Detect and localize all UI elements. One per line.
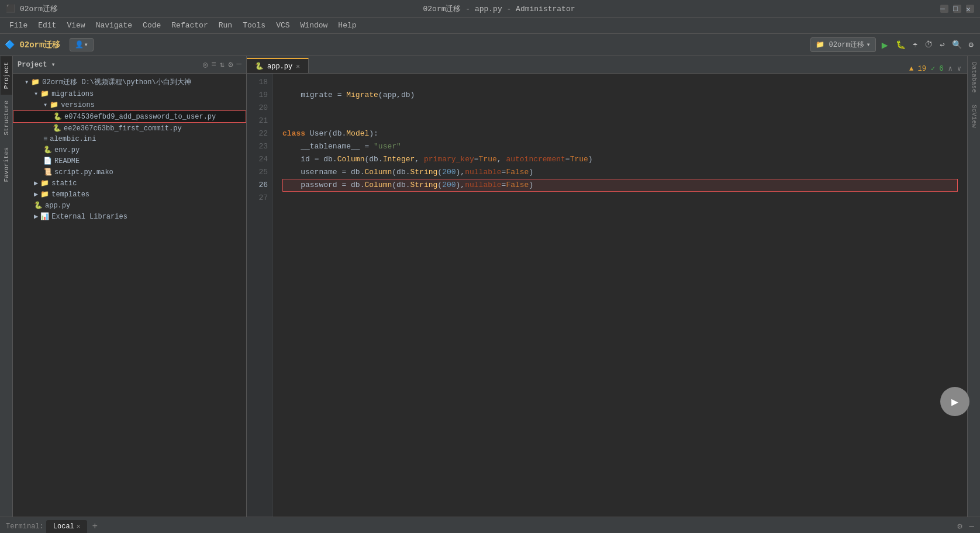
- minimize-btn[interactable]: ─: [940, 5, 948, 13]
- settings-icon[interactable]: ⚙: [228, 60, 233, 70]
- favorites-tab[interactable]: Favorites: [1, 141, 12, 188]
- debug-icon[interactable]: 🐛: [894, 40, 907, 50]
- database-tab[interactable]: Database: [968, 56, 980, 99]
- line-num-27: 27: [247, 192, 268, 205]
- terminal-local-tab[interactable]: Local ✕: [46, 520, 88, 533]
- tree-env[interactable]: 🐍 env.py: [13, 144, 246, 155]
- line-num-26: 26: [247, 179, 268, 192]
- toolbar-project-selector[interactable]: 📁 02orm迁移 ▾: [810, 37, 875, 52]
- terminal-label: Terminal:: [6, 522, 44, 531]
- settings-icon[interactable]: ⚙: [967, 40, 975, 50]
- tab-file-icon: 🐍: [255, 62, 264, 71]
- git-icon[interactable]: ↩: [938, 40, 946, 50]
- external-libs-label: External Libraries: [51, 213, 127, 221]
- expand-editor-icon[interactable]: ∧: [948, 64, 953, 73]
- toolbar-person-btn[interactable]: 👤▾: [70, 38, 93, 51]
- code-line-18: [282, 76, 958, 89]
- menu-bar: File Edit View Navigate Code Refactor Ru…: [0, 18, 980, 34]
- menu-help[interactable]: Help: [333, 19, 361, 32]
- scview-tab[interactable]: ScView: [968, 99, 980, 134]
- terminal-tab-close[interactable]: ✕: [77, 522, 81, 530]
- menu-refactor[interactable]: Refactor: [167, 19, 212, 32]
- line-num-25: 25: [247, 166, 268, 179]
- tree-external-libs[interactable]: ▶ 📊 External Libraries: [13, 211, 246, 222]
- tree-add-password-file[interactable]: 🐍 e074536efbd9_add_password_to_user.py: [13, 110, 246, 123]
- code-line-24: id = db.Column(db.Integer, primary_key=T…: [282, 153, 958, 166]
- editor-tabs: 🐍 app.py ✕ ▲ 19 ✓ 6 ∧ ∨: [247, 56, 967, 74]
- close-btn[interactable]: ✕: [966, 5, 974, 13]
- coverage-icon[interactable]: ☂: [911, 40, 919, 50]
- menu-code[interactable]: Code: [138, 19, 165, 32]
- terminal-settings-icon[interactable]: ⚙: [957, 521, 962, 531]
- static-folder-icon: 📁: [40, 179, 49, 188]
- script-label: script.py.mako: [54, 168, 113, 176]
- close-panel-icon[interactable]: ─: [237, 60, 241, 70]
- tab-close-icon[interactable]: ✕: [296, 63, 300, 70]
- menu-tools[interactable]: Tools: [238, 19, 270, 32]
- title-center: 02orm迁移 - app.py - Administrator: [423, 4, 575, 14]
- templates-folder-icon: 📁: [40, 190, 49, 199]
- alembic-label: alembic.ini: [50, 135, 96, 143]
- tab-label: app.py: [267, 63, 292, 71]
- tree-root[interactable]: ▾ 📁 02orm迁移 D:\视频课程\python\小白到大神: [13, 76, 246, 88]
- code-line-21: [282, 115, 958, 127]
- code-line-19: migrate = Migrate(app,db): [282, 89, 958, 102]
- video-float-btn[interactable]: ▶: [940, 387, 969, 416]
- menu-view[interactable]: View: [62, 19, 89, 32]
- versions-folder-icon: 📁: [50, 101, 58, 109]
- migrations-folder-icon: 📁: [40, 89, 49, 98]
- tree-templates[interactable]: ▶ 📁 templates: [13, 189, 246, 200]
- menu-run[interactable]: Run: [214, 19, 237, 32]
- tab-app-py[interactable]: 🐍 app.py ✕: [247, 58, 309, 73]
- tree-versions[interactable]: ▾ 📁 versions: [13, 99, 246, 110]
- project-header: Project ▾ ◎ ≡ ⇅ ⚙ ─: [13, 56, 246, 74]
- collapse-editor-icon[interactable]: ∨: [957, 64, 961, 73]
- project-tab[interactable]: Project: [1, 56, 12, 95]
- tree-first-commit-file[interactable]: 🐍 ee2e367c63bb_first_commit.py: [13, 123, 246, 134]
- menu-window[interactable]: Window: [296, 19, 333, 32]
- tree-alembic[interactable]: ≡ alembic.ini: [13, 134, 246, 144]
- tree-app-py[interactable]: 🐍 app.py: [13, 200, 246, 211]
- code-line-20: [282, 102, 958, 115]
- terminal-tabs: Terminal: Local ✕ + ⚙ ─: [0, 517, 980, 533]
- title-bar: ⬛ 02orm迁移 02orm迁移 - app.py - Administrat…: [0, 0, 980, 18]
- mako-file-icon: 📜: [43, 168, 52, 176]
- migrations-label: migrations: [51, 90, 94, 98]
- tree-static[interactable]: ▶ 📁 static: [13, 178, 246, 189]
- terminal-minimize-icon[interactable]: ─: [969, 522, 974, 531]
- profile-icon[interactable]: ⏱: [923, 40, 934, 50]
- collapse-all-icon[interactable]: ≡: [211, 60, 216, 70]
- menu-navigate[interactable]: Navigate: [91, 19, 137, 32]
- tree-readme[interactable]: 📄 README: [13, 155, 246, 167]
- project-panel: Project ▾ ◎ ≡ ⇅ ⚙ ─ ▾ 📁 02orm迁移 D:\视频课程\…: [13, 56, 247, 517]
- structure-tab[interactable]: Structure: [1, 95, 12, 141]
- readme-icon: 📄: [43, 157, 52, 165]
- warning-count: ▲ 19: [909, 65, 926, 73]
- code-content[interactable]: migrate = Migrate(app,db) class User(db.…: [273, 74, 967, 517]
- tree-migrations[interactable]: ▾ 📁 migrations: [13, 88, 246, 99]
- menu-file[interactable]: File: [5, 19, 32, 32]
- toolbar: 🔷 02orm迁移 👤▾ 📁 02orm迁移 ▾ ▶ 🐛 ☂ ⏱ ↩ 🔍 ⚙: [0, 34, 980, 56]
- menu-vcs[interactable]: VCS: [271, 19, 294, 32]
- env-label: env.py: [54, 146, 80, 154]
- line-num-21: 21: [247, 115, 268, 127]
- add-terminal-btn[interactable]: +: [89, 521, 100, 532]
- py-file-icon-1: 🐍: [53, 112, 62, 121]
- code-line-26: password = db.Column(db.String(200),null…: [282, 179, 958, 192]
- search-icon[interactable]: 🔍: [950, 40, 964, 50]
- app-py-label: app.py: [45, 202, 70, 210]
- main-layout: Project Structure Favorites Project ▾ ◎ …: [0, 56, 980, 517]
- code-line-25: username = db.Column(db.String(200),null…: [282, 166, 958, 179]
- menu-edit[interactable]: Edit: [33, 19, 61, 32]
- run-button[interactable]: ▶: [879, 39, 891, 51]
- maximize-btn[interactable]: □: [953, 5, 961, 13]
- line-num-24: 24: [247, 153, 268, 166]
- py-file-icon-3: 🐍: [43, 146, 52, 154]
- line-num-23: 23: [247, 140, 268, 153]
- line-num-18: 18: [247, 76, 268, 89]
- code-line-23: __tablename__ = "user": [282, 140, 958, 153]
- tree-script[interactable]: 📜 script.py.mako: [13, 167, 246, 178]
- line-num-19: 19: [247, 89, 268, 102]
- locate-icon[interactable]: ◎: [203, 60, 208, 70]
- expand-icon[interactable]: ⇅: [220, 60, 225, 70]
